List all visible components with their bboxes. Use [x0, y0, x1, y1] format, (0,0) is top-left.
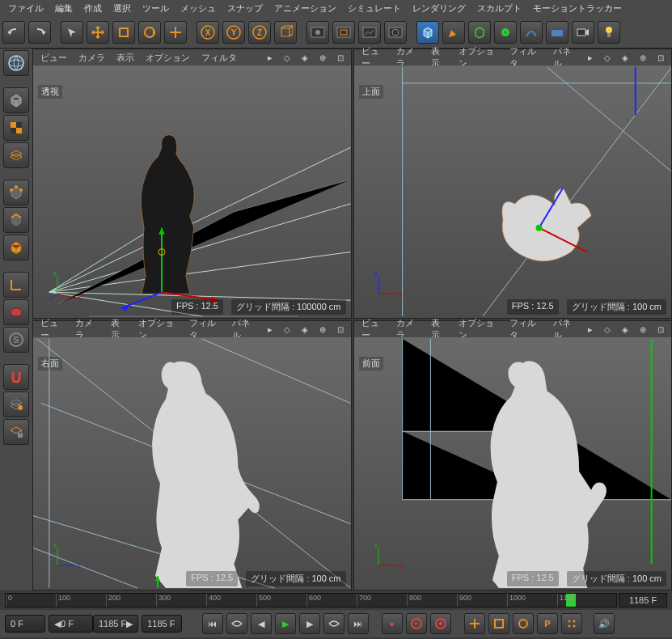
globe-mode-button[interactable] [3, 50, 29, 76]
view-nav-icon[interactable]: ⊡ [333, 324, 348, 336]
front-viewport[interactable]: 前面 YX FPS : 12.5グリッド間隔 : 100 cm [354, 337, 672, 590]
render-settings-button[interactable] [384, 21, 407, 44]
view-nav-icon[interactable]: ◇ [280, 52, 294, 64]
view-menu-item[interactable]: ビュー [36, 50, 71, 66]
add-nurbs-button[interactable] [468, 21, 491, 44]
menu-item[interactable]: 編集 [50, 1, 78, 16]
key-pla-button[interactable] [561, 613, 582, 634]
expand-icon[interactable]: ▸ [584, 51, 597, 65]
texture-mode-button[interactable] [3, 115, 29, 141]
view-nav-icon[interactable]: ⊡ [653, 52, 668, 64]
add-cube-button[interactable] [416, 21, 439, 44]
tweak-mode-button[interactable] [3, 299, 29, 325]
view-nav-icon[interactable]: ◇ [600, 52, 615, 64]
view-nav-icon[interactable]: ◇ [600, 324, 615, 336]
goto-start-button[interactable]: ⏮ [202, 613, 223, 634]
prev-frame-button[interactable]: ◀ [251, 613, 272, 634]
coord-system-button[interactable] [274, 21, 297, 44]
expand-icon[interactable]: ▸ [264, 51, 277, 65]
menu-item[interactable]: 作成 [79, 1, 107, 16]
autokey-button[interactable] [406, 613, 427, 634]
live-select-button[interactable] [61, 21, 83, 44]
view-nav-icon[interactable]: ⊕ [315, 52, 330, 64]
undo-button[interactable] [2, 21, 25, 44]
menu-item[interactable]: シミュレート [343, 1, 406, 16]
range-start-field[interactable]: 0 F [5, 615, 45, 633]
keyframe-selection-button[interactable] [430, 613, 451, 634]
expand-icon[interactable]: ▸ [584, 323, 597, 336]
view-nav-icon[interactable]: ⊕ [315, 324, 330, 336]
key-position-button[interactable] [464, 613, 485, 634]
key-scale-button[interactable] [488, 613, 509, 634]
menu-item[interactable]: アニメーション [269, 1, 341, 16]
next-key-button[interactable] [323, 613, 344, 634]
menu-item[interactable]: レンダリング [408, 1, 471, 16]
view-nav-icon[interactable]: ◇ [280, 324, 294, 336]
key-parameter-button[interactable]: P [537, 613, 558, 634]
move-tool-button[interactable] [87, 21, 109, 44]
key-rotation-button[interactable] [513, 613, 534, 634]
model-mode-button[interactable] [3, 87, 29, 113]
viewport-solo-button[interactable]: S [3, 327, 29, 353]
view-menu-item[interactable]: フィルタ [197, 50, 241, 66]
view-nav-icon[interactable]: ⊡ [333, 52, 348, 64]
view-menu-item[interactable]: カメラ [74, 50, 109, 66]
next-frame-button[interactable]: ▶ [299, 613, 320, 634]
axis-x-button[interactable]: X [197, 21, 219, 44]
expand-icon[interactable]: ▸ [264, 323, 277, 336]
view-nav-icon[interactable]: ◈ [298, 52, 312, 64]
range-a-field[interactable]: ◀ 0 F [49, 615, 93, 633]
sound-button[interactable]: 🔊 [594, 613, 615, 634]
add-deformer-button[interactable] [520, 21, 543, 44]
range-b-field[interactable]: 1185 F ▶ [93, 615, 138, 633]
add-camera-button[interactable] [572, 21, 594, 44]
view-nav-icon[interactable]: ◈ [298, 324, 312, 336]
add-environment-button[interactable] [546, 21, 568, 44]
render-view-button[interactable] [306, 21, 329, 44]
range-end-field[interactable]: 1185 F [142, 615, 182, 633]
menu-item[interactable]: 選択 [108, 1, 136, 16]
menu-item[interactable]: メッシュ [175, 1, 221, 16]
add-light-button[interactable] [598, 21, 620, 44]
axis-z-button[interactable]: Z [248, 21, 271, 44]
menu-item[interactable]: ツール [137, 1, 174, 16]
goto-end-button[interactable]: ⏭ [348, 613, 369, 634]
timeline-ruler[interactable]: 010020030040050060070080090010001100 [5, 593, 617, 607]
add-generator-button[interactable] [494, 21, 517, 44]
enable-axis-button[interactable] [3, 272, 29, 298]
workplane-mode-button[interactable] [3, 142, 29, 168]
render-region-button[interactable] [332, 21, 355, 44]
axis-y-button[interactable]: Y [222, 21, 245, 44]
play-button[interactable]: ▶ [275, 613, 296, 634]
menu-item[interactable]: ファイル [3, 1, 49, 16]
timeline[interactable]: 010020030040050060070080090010001100 118… [0, 590, 672, 610]
point-mode-button[interactable] [3, 180, 29, 205]
view-nav-icon[interactable]: ⊕ [636, 324, 650, 336]
record-button[interactable]: ● [382, 613, 403, 634]
view-nav-icon[interactable]: ⊕ [636, 52, 650, 64]
locked-workplane-button[interactable] [3, 419, 29, 445]
menu-item[interactable]: スナップ [222, 1, 268, 16]
polygon-mode-button[interactable] [3, 235, 29, 260]
recent-tool-button[interactable] [164, 21, 187, 44]
perspective-viewport[interactable]: 透視 YX FPS : 12.5グリッド間隔 : 100000 cm [33, 66, 351, 318]
svg-rect-24 [16, 122, 22, 128]
rotate-tool-button[interactable] [138, 21, 161, 44]
menu-item[interactable]: スカルプト [472, 1, 526, 16]
scale-tool-button[interactable] [112, 21, 135, 44]
view-nav-icon[interactable]: ◈ [618, 324, 632, 336]
menu-item[interactable]: モーショントラッカー [528, 1, 627, 16]
prev-key-button[interactable] [226, 613, 247, 634]
edge-mode-button[interactable] [3, 207, 29, 233]
workplane-snap-button[interactable] [3, 391, 29, 417]
view-menu-item[interactable]: 表示 [112, 50, 138, 66]
view-nav-icon[interactable]: ⊡ [653, 324, 668, 336]
view-menu-item[interactable]: オプション [142, 50, 194, 66]
render-picture-button[interactable] [358, 21, 381, 44]
add-pen-button[interactable] [442, 21, 465, 44]
redo-button[interactable] [28, 21, 51, 44]
snap-button[interactable] [3, 364, 29, 390]
right-viewport[interactable]: 右面 YZ FPS : 12.5グリッド間隔 : 100 cm [33, 337, 351, 590]
top-viewport[interactable]: 上面 ZX FPS : 12.5グリッド間隔 : 100 cm [354, 66, 672, 318]
view-nav-icon[interactable]: ◈ [618, 52, 632, 64]
